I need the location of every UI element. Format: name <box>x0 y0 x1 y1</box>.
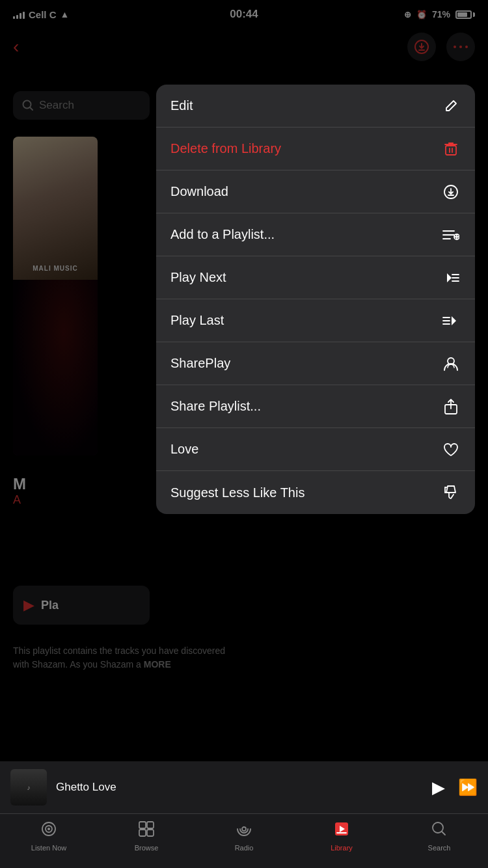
svg-rect-5 <box>446 146 456 155</box>
menu-item-shareplay[interactable]: SharePlay <box>156 342 475 385</box>
menu-label-edit: Edit <box>170 98 193 113</box>
svg-rect-27 <box>147 830 154 836</box>
now-playing-skip-button[interactable]: ⏩ <box>458 778 478 796</box>
menu-label-play-next: Play Next <box>170 270 226 285</box>
tab-library[interactable]: Library <box>319 821 364 852</box>
shareplay-icon <box>441 354 461 373</box>
tab-bar: Listen Now Browse Radio <box>0 813 488 868</box>
thumbs-down-icon <box>441 483 461 502</box>
radio-icon <box>236 821 252 841</box>
context-menu: Edit Delete from Library Download <box>156 85 475 514</box>
menu-item-edit[interactable]: Edit <box>156 85 475 128</box>
now-playing-controls: ▶ ⏩ <box>432 778 478 798</box>
menu-label-add-playlist: Add to a Playlist... <box>170 227 275 242</box>
np-thumb-inner: ♪ <box>10 769 47 806</box>
tab-label-search: Search <box>428 844 451 852</box>
menu-label-shareplay: SharePlay <box>170 356 230 371</box>
menu-item-download[interactable]: Download <box>156 170 475 213</box>
download-circle-icon <box>441 182 461 202</box>
menu-item-add-playlist[interactable]: Add to a Playlist... <box>156 213 475 256</box>
now-playing-play-button[interactable]: ▶ <box>432 778 445 798</box>
svg-point-28 <box>242 827 246 831</box>
tab-browse[interactable]: Browse <box>124 821 169 852</box>
menu-item-delete[interactable]: Delete from Library <box>156 128 475 170</box>
share-icon <box>441 397 461 416</box>
trash-icon <box>441 139 461 159</box>
play-last-icon <box>441 311 461 331</box>
menu-item-suggest-less[interactable]: Suggest Less Like This <box>156 471 475 514</box>
now-playing-bar[interactable]: ♪ Ghetto Love ▶ ⏩ <box>0 761 488 813</box>
menu-label-love: Love <box>170 442 198 457</box>
svg-rect-25 <box>147 822 154 828</box>
heart-icon <box>441 440 461 459</box>
tab-label-listen-now: Listen Now <box>31 844 66 852</box>
svg-point-23 <box>47 828 50 830</box>
playlist-add-icon <box>441 225 461 245</box>
now-playing-title: Ghetto Love <box>56 781 116 793</box>
menu-item-share-playlist[interactable]: Share Playlist... <box>156 385 475 428</box>
svg-rect-26 <box>139 830 146 836</box>
menu-label-suggest-less: Suggest Less Like This <box>170 485 305 500</box>
menu-label-download: Download <box>170 184 228 199</box>
now-playing-info: Ghetto Love <box>56 781 423 794</box>
tab-search[interactable]: Search <box>416 821 462 852</box>
browse-icon <box>138 821 155 841</box>
library-icon <box>333 821 350 841</box>
menu-item-love[interactable]: Love <box>156 428 475 471</box>
menu-label-play-last: Play Last <box>170 313 224 328</box>
menu-item-play-next[interactable]: Play Next <box>156 256 475 299</box>
tab-label-browse: Browse <box>135 844 159 852</box>
menu-label-delete: Delete from Library <box>170 141 281 156</box>
now-playing-thumbnail: ♪ <box>10 769 47 806</box>
menu-label-share-playlist: Share Playlist... <box>170 399 261 414</box>
tab-label-library: Library <box>331 844 353 852</box>
tab-listen-now[interactable]: Listen Now <box>26 821 72 852</box>
play-next-icon <box>441 268 461 288</box>
tab-radio[interactable]: Radio <box>221 821 267 852</box>
listen-now-icon <box>40 821 57 841</box>
svg-rect-24 <box>139 822 146 828</box>
pencil-icon <box>441 96 461 116</box>
menu-item-play-last[interactable]: Play Last <box>156 299 475 342</box>
search-tab-icon <box>431 821 448 841</box>
tab-label-radio: Radio <box>235 844 254 852</box>
